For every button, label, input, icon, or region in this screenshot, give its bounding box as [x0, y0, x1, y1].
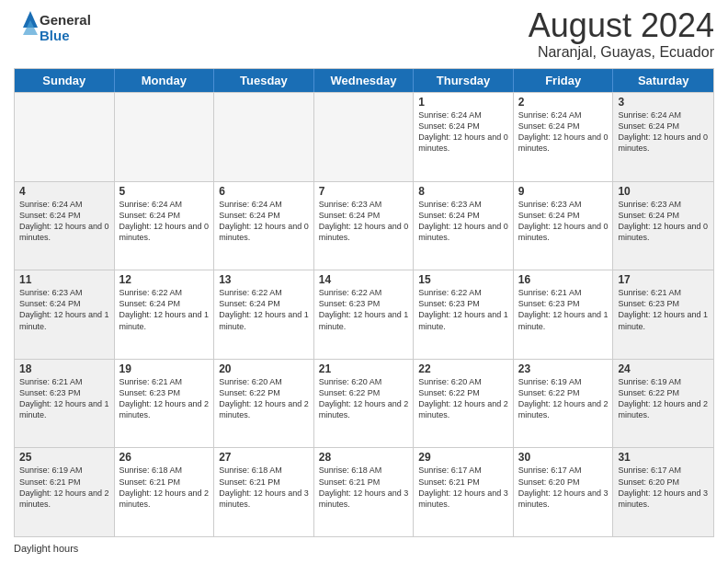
- day-number: 26: [119, 451, 210, 464]
- calendar-cell-25: 25Sunrise: 6:19 AMSunset: 6:21 PMDayligh…: [15, 448, 115, 536]
- day-detail: Sunrise: 6:18 AMSunset: 6:21 PMDaylight:…: [119, 465, 210, 510]
- calendar-cell-27: 27Sunrise: 6:18 AMSunset: 6:21 PMDayligh…: [214, 448, 314, 536]
- day-detail: Sunrise: 6:22 AMSunset: 6:24 PMDaylight:…: [219, 287, 309, 332]
- day-detail: Sunrise: 6:24 AMSunset: 6:24 PMDaylight:…: [418, 109, 508, 155]
- calendar-cell-17: 17Sunrise: 6:21 AMSunset: 6:23 PMDayligh…: [613, 270, 713, 359]
- day-detail: Sunrise: 6:23 AMSunset: 6:24 PMDaylight:…: [19, 287, 109, 332]
- calendar-cell-19: 19Sunrise: 6:21 AMSunset: 6:23 PMDayligh…: [115, 360, 215, 448]
- day-detail: Sunrise: 6:24 AMSunset: 6:24 PMDaylight:…: [19, 199, 109, 244]
- day-number: 14: [319, 273, 409, 286]
- calendar-cell-29: 29Sunrise: 6:17 AMSunset: 6:21 PMDayligh…: [414, 448, 514, 536]
- footer: Daylight hours: [14, 543, 714, 554]
- day-number: 10: [618, 185, 709, 198]
- calendar-header-cell-saturday: Saturday: [613, 69, 713, 92]
- day-detail: Sunrise: 6:19 AMSunset: 6:21 PMDaylight:…: [19, 465, 109, 510]
- day-number: 25: [19, 451, 109, 464]
- calendar-week-2: 11Sunrise: 6:23 AMSunset: 6:24 PMDayligh…: [15, 270, 713, 359]
- calendar-cell-20: 20Sunrise: 6:20 AMSunset: 6:22 PMDayligh…: [214, 360, 314, 448]
- day-detail: Sunrise: 6:21 AMSunset: 6:23 PMDaylight:…: [518, 287, 609, 332]
- day-number: 31: [618, 451, 709, 464]
- day-number: 6: [219, 185, 309, 198]
- svg-text:Blue: Blue: [40, 28, 70, 43]
- calendar-cell-empty: [314, 93, 415, 181]
- calendar-cell-18: 18Sunrise: 6:21 AMSunset: 6:23 PMDayligh…: [15, 360, 115, 448]
- calendar-cell-3: 3Sunrise: 6:24 AMSunset: 6:24 PMDaylight…: [613, 93, 713, 181]
- day-number: 29: [418, 451, 508, 464]
- calendar-cell-13: 13Sunrise: 6:22 AMSunset: 6:24 PMDayligh…: [214, 270, 314, 359]
- day-detail: Sunrise: 6:17 AMSunset: 6:20 PMDaylight:…: [618, 465, 709, 510]
- day-number: 18: [19, 362, 109, 375]
- day-number: 7: [319, 185, 409, 198]
- calendar-header-row: SundayMondayTuesdayWednesdayThursdayFrid…: [15, 69, 713, 92]
- svg-text:General: General: [40, 12, 91, 28]
- day-detail: Sunrise: 6:21 AMSunset: 6:23 PMDaylight:…: [618, 287, 709, 332]
- calendar-cell-1: 1Sunrise: 6:24 AMSunset: 6:24 PMDaylight…: [414, 93, 514, 181]
- calendar: SundayMondayTuesdayWednesdayThursdayFrid…: [14, 68, 714, 537]
- logo-svg: General Blue: [14, 9, 97, 48]
- calendar-cell-28: 28Sunrise: 6:18 AMSunset: 6:21 PMDayligh…: [314, 448, 415, 536]
- day-number: 4: [19, 185, 109, 198]
- day-detail: Sunrise: 6:22 AMSunset: 6:23 PMDaylight:…: [418, 287, 508, 332]
- day-number: 21: [319, 362, 409, 375]
- logo: General Blue: [14, 9, 97, 48]
- calendar-header-cell-tuesday: Tuesday: [214, 69, 314, 92]
- day-number: 3: [618, 96, 709, 109]
- calendar-cell-11: 11Sunrise: 6:23 AMSunset: 6:24 PMDayligh…: [15, 270, 115, 359]
- day-number: 22: [418, 362, 508, 375]
- calendar-cell-21: 21Sunrise: 6:20 AMSunset: 6:22 PMDayligh…: [314, 360, 415, 448]
- calendar-cell-24: 24Sunrise: 6:19 AMSunset: 6:22 PMDayligh…: [613, 360, 713, 448]
- location: Naranjal, Guayas, Ecuador: [529, 44, 714, 61]
- month-title: August 2024: [529, 9, 714, 42]
- daylight-hours-label: Daylight hours: [14, 543, 78, 554]
- calendar-cell-8: 8Sunrise: 6:23 AMSunset: 6:24 PMDaylight…: [414, 182, 514, 270]
- day-number: 27: [219, 451, 309, 464]
- calendar-week-3: 18Sunrise: 6:21 AMSunset: 6:23 PMDayligh…: [15, 359, 713, 448]
- calendar-header-cell-friday: Friday: [514, 69, 614, 92]
- calendar-cell-16: 16Sunrise: 6:21 AMSunset: 6:23 PMDayligh…: [514, 270, 614, 359]
- day-number: 20: [219, 362, 309, 375]
- day-number: 1: [418, 96, 508, 109]
- day-detail: Sunrise: 6:22 AMSunset: 6:23 PMDaylight:…: [319, 287, 409, 332]
- day-number: 5: [119, 185, 210, 198]
- day-number: 17: [618, 273, 709, 286]
- calendar-cell-26: 26Sunrise: 6:18 AMSunset: 6:21 PMDayligh…: [115, 448, 215, 536]
- day-detail: Sunrise: 6:20 AMSunset: 6:22 PMDaylight:…: [418, 376, 508, 421]
- calendar-week-0: 1Sunrise: 6:24 AMSunset: 6:24 PMDaylight…: [15, 92, 713, 181]
- day-detail: Sunrise: 6:23 AMSunset: 6:24 PMDaylight:…: [518, 199, 609, 244]
- calendar-cell-7: 7Sunrise: 6:23 AMSunset: 6:24 PMDaylight…: [314, 182, 415, 270]
- calendar-cell-31: 31Sunrise: 6:17 AMSunset: 6:20 PMDayligh…: [613, 448, 713, 536]
- calendar-week-1: 4Sunrise: 6:24 AMSunset: 6:24 PMDaylight…: [15, 181, 713, 270]
- calendar-cell-12: 12Sunrise: 6:22 AMSunset: 6:24 PMDayligh…: [115, 270, 215, 359]
- calendar-header-cell-monday: Monday: [115, 69, 215, 92]
- calendar-cell-6: 6Sunrise: 6:24 AMSunset: 6:24 PMDaylight…: [214, 182, 314, 270]
- calendar-cell-15: 15Sunrise: 6:22 AMSunset: 6:23 PMDayligh…: [414, 270, 514, 359]
- calendar-cell-4: 4Sunrise: 6:24 AMSunset: 6:24 PMDaylight…: [15, 182, 115, 270]
- header: General Blue August 2024 Naranjal, Guaya…: [14, 9, 714, 61]
- day-detail: Sunrise: 6:19 AMSunset: 6:22 PMDaylight:…: [518, 376, 609, 421]
- day-detail: Sunrise: 6:21 AMSunset: 6:23 PMDaylight:…: [119, 376, 210, 421]
- day-number: 11: [19, 273, 109, 286]
- day-number: 2: [518, 96, 609, 109]
- calendar-week-4: 25Sunrise: 6:19 AMSunset: 6:21 PMDayligh…: [15, 447, 713, 536]
- calendar-cell-empty: [214, 93, 314, 181]
- day-number: 8: [418, 185, 508, 198]
- day-detail: Sunrise: 6:22 AMSunset: 6:24 PMDaylight:…: [119, 287, 210, 332]
- day-detail: Sunrise: 6:23 AMSunset: 6:24 PMDaylight:…: [618, 199, 709, 244]
- day-detail: Sunrise: 6:18 AMSunset: 6:21 PMDaylight:…: [319, 465, 409, 510]
- calendar-cell-14: 14Sunrise: 6:22 AMSunset: 6:23 PMDayligh…: [314, 270, 415, 359]
- day-detail: Sunrise: 6:17 AMSunset: 6:20 PMDaylight:…: [518, 465, 609, 510]
- calendar-header-cell-sunday: Sunday: [15, 69, 115, 92]
- title-area: August 2024 Naranjal, Guayas, Ecuador: [529, 9, 714, 61]
- day-number: 13: [219, 273, 309, 286]
- day-number: 23: [518, 362, 609, 375]
- day-detail: Sunrise: 6:24 AMSunset: 6:24 PMDaylight:…: [618, 109, 709, 155]
- day-number: 19: [119, 362, 210, 375]
- calendar-cell-2: 2Sunrise: 6:24 AMSunset: 6:24 PMDaylight…: [514, 93, 614, 181]
- day-detail: Sunrise: 6:24 AMSunset: 6:24 PMDaylight:…: [119, 199, 210, 244]
- day-number: 12: [119, 273, 210, 286]
- day-detail: Sunrise: 6:23 AMSunset: 6:24 PMDaylight:…: [418, 199, 508, 244]
- day-number: 28: [319, 451, 409, 464]
- day-detail: Sunrise: 6:24 AMSunset: 6:24 PMDaylight:…: [518, 109, 609, 155]
- calendar-cell-empty: [15, 93, 115, 181]
- day-number: 24: [618, 362, 709, 375]
